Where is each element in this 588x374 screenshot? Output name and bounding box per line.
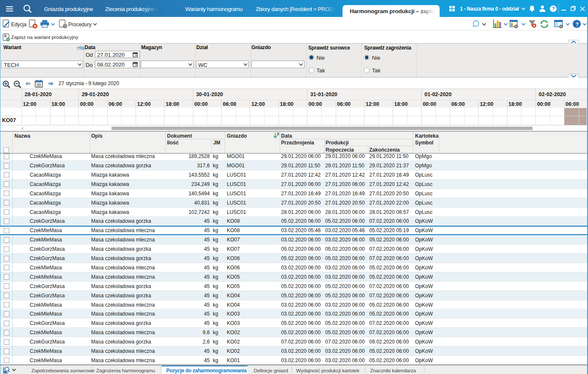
svg-text:!: ! <box>511 23 513 27</box>
svg-text:2: 2 <box>277 132 279 136</box>
